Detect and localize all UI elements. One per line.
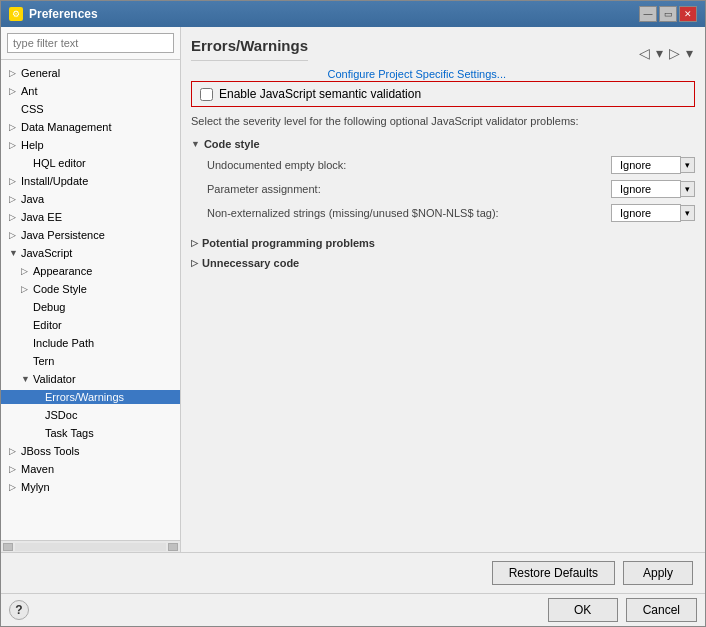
potential-problems-section-header[interactable]: ▷ Potential programming problems [191,233,695,253]
sidebar-item-code-style[interactable]: ▷ Code Style [1,280,180,298]
back-dropdown-button[interactable]: ▾ [654,43,665,63]
toggle-code-style[interactable]: ▷ [21,284,33,294]
sidebar-item-mylyn[interactable]: ▷ Mylyn [1,478,180,496]
label-jsdoc: JSDoc [45,409,77,421]
sidebar-item-include-path[interactable]: ▷ Include Path [1,334,180,352]
toggle-mylyn[interactable]: ▷ [9,482,21,492]
parameter-label: Parameter assignment: [207,183,321,195]
code-style-section-header[interactable]: ▼ Code style [191,135,695,153]
apply-button[interactable]: Apply [623,561,693,585]
sidebar-item-java[interactable]: ▷ Java [1,190,180,208]
close-button[interactable]: ✕ [679,6,697,22]
toggle-javascript[interactable]: ▼ [9,248,21,258]
toggle-validator[interactable]: ▼ [21,374,33,384]
sidebar-item-data-management[interactable]: ▷ Data Management [1,118,180,136]
sidebar-item-java-ee[interactable]: ▷ Java EE [1,208,180,226]
label-validator: Validator [33,373,76,385]
toggle-java[interactable]: ▷ [9,194,21,204]
sidebar-item-debug[interactable]: ▷ Debug [1,298,180,316]
sidebar-item-validator[interactable]: ▼ Validator [1,370,180,388]
panel-header-row: Errors/Warnings ◁ ▾ ▷ ▾ [191,37,695,69]
enable-semantic-validation-label: Enable JavaScript semantic validation [219,87,421,101]
non-externalized-dropdown-arrow[interactable]: ▾ [681,205,695,221]
search-box [1,27,180,60]
non-externalized-dropdown: Ignore ▾ [611,204,695,222]
toggle-general[interactable]: ▷ [9,68,21,78]
toggle-ant[interactable]: ▷ [9,86,21,96]
label-task-tags: Task Tags [45,427,94,439]
sidebar-item-javascript[interactable]: ▼ JavaScript [1,244,180,262]
minimize-button[interactable]: — [639,6,657,22]
forward-button[interactable]: ▷ [667,43,682,63]
sidebar-item-editor[interactable]: ▷ Editor [1,316,180,334]
sidebar-item-java-persistence[interactable]: ▷ Java Persistence [1,226,180,244]
label-jboss-tools: JBoss Tools [21,445,80,457]
configure-project-link[interactable]: Configure Project Specific Settings... [327,68,506,80]
toggle-maven[interactable]: ▷ [9,464,21,474]
parameter-dropdown-arrow[interactable]: ▾ [681,181,695,197]
sidebar: ▷ General ▷ Ant ▷ [1,27,181,552]
label-include-path: Include Path [33,337,94,349]
label-java-persistence: Java Persistence [21,229,105,241]
setting-row-undocumented: Undocumented empty block: Ignore ▾ [207,153,695,177]
undocumented-dropdown-arrow[interactable]: ▾ [681,157,695,173]
undocumented-value: Ignore [611,156,681,174]
ok-button[interactable]: OK [548,598,618,622]
cancel-button[interactable]: Cancel [626,598,697,622]
undocumented-label: Undocumented empty block: [207,159,346,171]
label-editor: Editor [33,319,62,331]
app-icon: ⚙ [9,7,23,21]
toggle-java-persistence[interactable]: ▷ [9,230,21,240]
action-buttons-bar: Restore Defaults Apply [1,552,705,593]
toggle-java-ee[interactable]: ▷ [9,212,21,222]
potential-problems-toggle-icon: ▷ [191,238,198,248]
sidebar-item-jboss-tools[interactable]: ▷ JBoss Tools [1,442,180,460]
toggle-data-management[interactable]: ▷ [9,122,21,132]
label-mylyn: Mylyn [21,481,50,493]
back-button[interactable]: ◁ [637,43,652,63]
toggle-install[interactable]: ▷ [9,176,21,186]
maximize-button[interactable]: ▭ [659,6,677,22]
unnecessary-code-section-header[interactable]: ▷ Unnecessary code [191,253,695,273]
sidebar-item-ant[interactable]: ▷ Ant [1,82,180,100]
sidebar-item-help[interactable]: ▷ Help [1,136,180,154]
unnecessary-code-toggle-icon: ▷ [191,258,198,268]
label-maven: Maven [21,463,54,475]
label-java-ee: Java EE [21,211,62,223]
label-appearance: Appearance [33,265,92,277]
sidebar-item-appearance[interactable]: ▷ Appearance [1,262,180,280]
label-code-style: Code Style [33,283,87,295]
sidebar-item-install-update[interactable]: ▷ Install/Update [1,172,180,190]
parameter-value: Ignore [611,180,681,198]
label-errors-warnings: Errors/Warnings [45,391,124,403]
non-externalized-label: Non-externalized strings (missing/unused… [207,207,499,219]
unnecessary-code-label: Unnecessary code [202,257,299,269]
help-button[interactable]: ? [9,600,29,620]
search-input[interactable] [7,33,174,53]
parameter-dropdown: Ignore ▾ [611,180,695,198]
forward-dropdown-button[interactable]: ▾ [684,43,695,63]
sidebar-item-errors-warnings[interactable]: ▷ Errors/Warnings [1,388,180,406]
sidebar-item-css[interactable]: ▷ CSS [1,100,180,118]
toggle-jboss[interactable]: ▷ [9,446,21,456]
code-style-section-content: Undocumented empty block: Ignore ▾ Param… [191,153,695,225]
sidebar-item-task-tags[interactable]: ▷ Task Tags [1,424,180,442]
sidebar-item-tern[interactable]: ▷ Tern [1,352,180,370]
setting-row-non-externalized: Non-externalized strings (missing/unused… [207,201,695,225]
window-title: Preferences [29,7,98,21]
main-row: ▷ General ▷ Ant ▷ [1,27,705,552]
restore-defaults-button[interactable]: Restore Defaults [492,561,615,585]
title-buttons: — ▭ ✕ [639,6,697,22]
label-debug: Debug [33,301,65,313]
label-install-update: Install/Update [21,175,88,187]
enable-semantic-validation-checkbox[interactable] [200,88,213,101]
sidebar-item-hql-editor[interactable]: ▷ HQL editor [1,154,180,172]
title-bar-left: ⚙ Preferences [9,7,98,21]
toggle-appearance[interactable]: ▷ [21,266,33,276]
horizontal-scrollbar[interactable] [1,540,180,552]
sidebar-item-general[interactable]: ▷ General [1,64,180,82]
label-css: CSS [21,103,44,115]
toggle-help[interactable]: ▷ [9,140,21,150]
sidebar-item-jsdoc[interactable]: ▷ JSDoc [1,406,180,424]
sidebar-item-maven[interactable]: ▷ Maven [1,460,180,478]
